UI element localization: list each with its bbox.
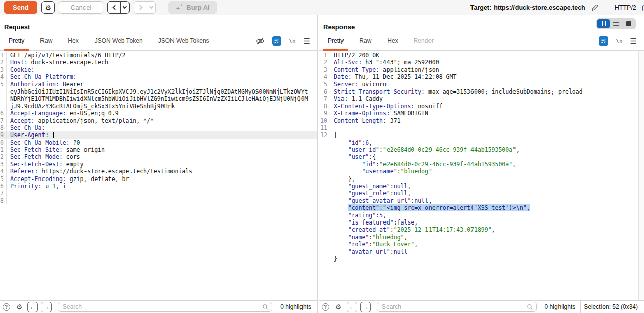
code-line[interactable]: "content":"<img src=x onerror=alert('XSS…	[319, 204, 644, 211]
line-number: 6	[319, 88, 330, 95]
code-line[interactable]: "avatar_url":null	[319, 248, 644, 255]
response-tab-pretty[interactable]: Pretty	[323, 37, 348, 50]
code-line[interactable]: 10Content-Length: 371	[319, 117, 644, 124]
code-line[interactable]: 4Sec-Ch-Ua-Platform:	[0, 73, 317, 80]
history-forward-dropdown[interactable]	[147, 2, 155, 13]
code-line[interactable]: jJ9.9cdUAzY3GcRtALOmjS_ckSx3Ix5YniV8eSnb…	[0, 103, 317, 110]
response-tab-render[interactable]: Render	[409, 37, 438, 50]
code-line[interactable]: "user_id":"e2e684d0-0c29-46cc-939f-44ab1…	[319, 146, 644, 153]
code-line[interactable]: 1HTTP/2 200 OK	[319, 52, 644, 59]
search-next-button[interactable]: →	[360, 302, 371, 312]
code-line[interactable]: "name":"bluedog",	[319, 234, 644, 241]
code-line[interactable]: 15Accept-Encoding: gzip, deflate, br	[0, 175, 317, 183]
code-line[interactable]: 13Sec-Fetch-Dest: empty	[0, 161, 317, 168]
code-line[interactable]: "id":6,	[319, 139, 644, 146]
code-text: Content-Length: 371	[334, 117, 401, 124]
edit-target-button[interactable]	[591, 4, 599, 12]
search-settings-button[interactable]: ⚙	[333, 302, 344, 312]
code-line[interactable]: "is_featured":false,	[319, 219, 644, 226]
code-line[interactable]: },	[319, 175, 644, 183]
code-line[interactable]: 2Alt-Svc: h3=":443"; ma=2592000	[319, 59, 644, 66]
response-scrollbar[interactable]	[638, 51, 644, 300]
newline-toggle[interactable]: \n	[616, 38, 622, 44]
help-button[interactable]: ?	[1, 302, 11, 312]
protocol-label[interactable]: HTTP/2	[615, 4, 636, 11]
request-editor[interactable]: 1GET /api/v1/testimonials/6 HTTP/22Host:…	[0, 51, 317, 300]
code-line[interactable]: 7Via: 1.1 Caddy	[319, 95, 644, 102]
request-tab-json-web-tokens[interactable]: JSON Web Tokens	[154, 37, 214, 50]
editor-menu-icon[interactable]: ☰	[304, 37, 310, 45]
code-line[interactable]: 9X-Frame-Options: SAMEORIGIN	[319, 110, 644, 117]
code-line[interactable]: "guest_role":null,	[319, 190, 644, 197]
burp-ai-button[interactable]: ✦✦ Burp AI	[168, 1, 217, 14]
search-settings-button[interactable]: ⚙	[14, 302, 24, 312]
code-line[interactable]: 6Strict-Transport-Security: max-age=3153…	[319, 88, 644, 95]
request-tab-json-web-token[interactable]: JSON Web Token	[90, 37, 147, 50]
search-prev-button[interactable]: ←	[347, 302, 357, 312]
code-line[interactable]: 14Referer: https://duck-store.escape.tec…	[0, 168, 317, 175]
code-line[interactable]: 12{	[319, 131, 644, 139]
response-title: Response	[323, 23, 640, 31]
request-tab-raw[interactable]: Raw	[35, 37, 57, 50]
code-line[interactable]: 3Cookie:	[0, 66, 317, 73]
code-line[interactable]: 2Host: duck-store.escape.tech	[0, 59, 317, 66]
search-prev-button[interactable]: ←	[27, 302, 38, 312]
response-search-input[interactable]	[377, 302, 537, 312]
code-line[interactable]: 8X-Content-Type-Options: nosniff	[319, 103, 644, 110]
code-line[interactable]: 12Sec-Fetch-Mode: cors	[0, 153, 317, 160]
code-line[interactable]: "id":"e2e684d0-0c29-46cc-939f-44ab159350…	[319, 161, 644, 168]
line-number: 5	[0, 81, 7, 88]
editor-menu-icon[interactable]: ☰	[630, 37, 637, 45]
history-back-dropdown[interactable]	[120, 2, 129, 13]
line-number	[319, 161, 330, 168]
code-line[interactable]: 9User-Agent:	[0, 131, 317, 139]
code-line[interactable]: 18	[0, 197, 317, 204]
cancel-button[interactable]: Cancel	[59, 1, 103, 14]
code-line[interactable]: 10Sec-Ch-Ua-Mobile: ?0	[0, 139, 317, 146]
code-line[interactable]: eyJhbGciOiJIUzI1NiIsInR5cCI6IkpXVCJ9.eyJ…	[0, 88, 317, 95]
code-line[interactable]: 5Server: uvicorn	[319, 81, 644, 88]
code-line[interactable]: "guest_name":null,	[319, 183, 644, 190]
request-tab-pretty[interactable]: Pretty	[4, 37, 29, 50]
code-line[interactable]: "created_at":"2025-12-11T14:17:43.071899…	[319, 226, 644, 233]
code-line[interactable]: NDRhYjE1OTM1MDBhIiwidXNlcm5hbWUiOiJibHVl…	[0, 95, 317, 102]
code-line[interactable]: "user":{	[319, 153, 644, 160]
newline-toggle[interactable]: \n	[289, 38, 295, 44]
code-line[interactable]: 8Sec-Ch-Ua:	[0, 124, 317, 131]
code-line[interactable]: 11	[319, 124, 644, 131]
code-line[interactable]: "guest_avatar_url":null,	[319, 197, 644, 204]
eye-slash-icon[interactable]	[256, 37, 265, 46]
code-line[interactable]: 4Date: Thu, 11 Dec 2025 14:22:08 GMT	[319, 73, 644, 80]
code-line[interactable]: 6Accept-Language: en-US,en;q=0.9	[0, 110, 317, 117]
code-line[interactable]: 11Sec-Fetch-Site: same-origin	[0, 146, 317, 153]
line-number	[319, 197, 330, 204]
code-line[interactable]: 17	[0, 190, 317, 197]
response-tab-raw[interactable]: Raw	[355, 37, 376, 50]
code-line[interactable]: 16Priority: u=1, i	[0, 183, 317, 190]
code-line[interactable]: 3Content-Type: application/json	[319, 66, 644, 73]
code-text: Alt-Svc: h3=":443"; ma=2592000	[334, 59, 439, 66]
code-line[interactable]: "role":"Duck Lover",	[319, 241, 644, 248]
search-next-button[interactable]: →	[41, 302, 52, 312]
statusbar-divider	[580, 301, 581, 313]
word-wrap-icon[interactable]	[272, 36, 281, 46]
word-wrap-icon[interactable]	[599, 36, 608, 46]
code-line[interactable]: "username":"bluedog"	[319, 168, 644, 175]
code-line[interactable]: 5Authorization: Bearer	[0, 81, 317, 88]
code-text: User-Agent:	[10, 131, 54, 139]
send-button[interactable]: Send	[4, 1, 37, 14]
request-search-input[interactable]	[58, 302, 272, 312]
send-settings-button[interactable]: ⚙	[41, 1, 55, 14]
response-tab-hex[interactable]: Hex	[382, 37, 402, 50]
code-line[interactable]: 7Accept: application/json, text/plain, *…	[0, 117, 317, 124]
code-text: Sec-Ch-Ua-Mobile: ?0	[10, 139, 80, 146]
history-back-button[interactable]	[108, 2, 120, 13]
request-tab-hex[interactable]: Hex	[63, 37, 83, 50]
code-line[interactable]: }	[319, 255, 644, 262]
history-forward-button[interactable]	[134, 2, 147, 13]
code-line[interactable]: 1GET /api/v1/testimonials/6 HTTP/2	[0, 52, 317, 59]
code-line[interactable]: "rating":5,	[319, 212, 644, 219]
response-editor[interactable]: 1HTTP/2 200 OK2Alt-Svc: h3=":443"; ma=25…	[319, 51, 644, 300]
help-button[interactable]: ?	[320, 302, 330, 312]
line-number: 15	[0, 175, 7, 183]
